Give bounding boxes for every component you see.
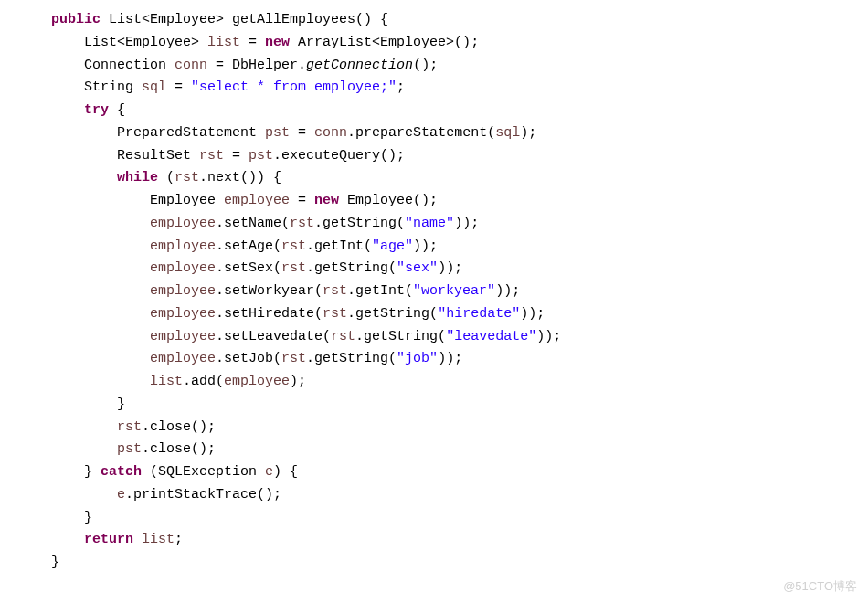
code-line: } catch (SQLException e) { xyxy=(18,464,298,480)
code-line: try { xyxy=(18,102,125,118)
code-line: Employee employee = new Employee(); xyxy=(18,193,438,208)
code-line: } xyxy=(18,397,125,412)
code-line: employee.setAge(rst.getInt("age")); xyxy=(18,238,438,254)
code-line: employee.setSex(rst.getString("sex")); xyxy=(18,260,462,276)
code-line: PreparedStatement pst = conn.prepareStat… xyxy=(18,125,536,141)
code-line: e.printStackTrace(); xyxy=(18,487,281,503)
code-line: employee.setLeavedate(rst.getString("lea… xyxy=(18,329,561,344)
code-line: ResultSet rst = pst.executeQuery(); xyxy=(18,148,405,164)
code-line: public List<Employee> getAllEmployees() … xyxy=(18,12,388,27)
code-line: } xyxy=(18,555,59,570)
code-line: employee.setJob(rst.getString("job")); xyxy=(18,351,462,366)
code-line: employee.setHiredate(rst.getString("hire… xyxy=(18,306,545,322)
code-line: String sql = "select * from employee;"; xyxy=(18,79,405,95)
watermark-text: @51CTO博客 xyxy=(783,577,857,584)
code-line: List<Employee> list = new ArrayList<Empl… xyxy=(18,35,479,50)
code-line: } xyxy=(18,510,92,525)
code-line: return list; xyxy=(18,532,183,547)
code-line: list.add(employee); xyxy=(18,374,306,389)
code-line: employee.setName(rst.getString("name")); xyxy=(18,216,479,231)
code-line: pst.close(); xyxy=(18,441,216,457)
code-line: Connection conn = DbHelper.getConnection… xyxy=(18,58,438,73)
code-line: while (rst.next()) { xyxy=(18,170,281,185)
code-block: public List<Employee> getAllEmployees() … xyxy=(18,9,850,575)
code-line: rst.close(); xyxy=(18,419,216,435)
code-line: employee.setWorkyear(rst.getInt("workyea… xyxy=(18,283,520,299)
